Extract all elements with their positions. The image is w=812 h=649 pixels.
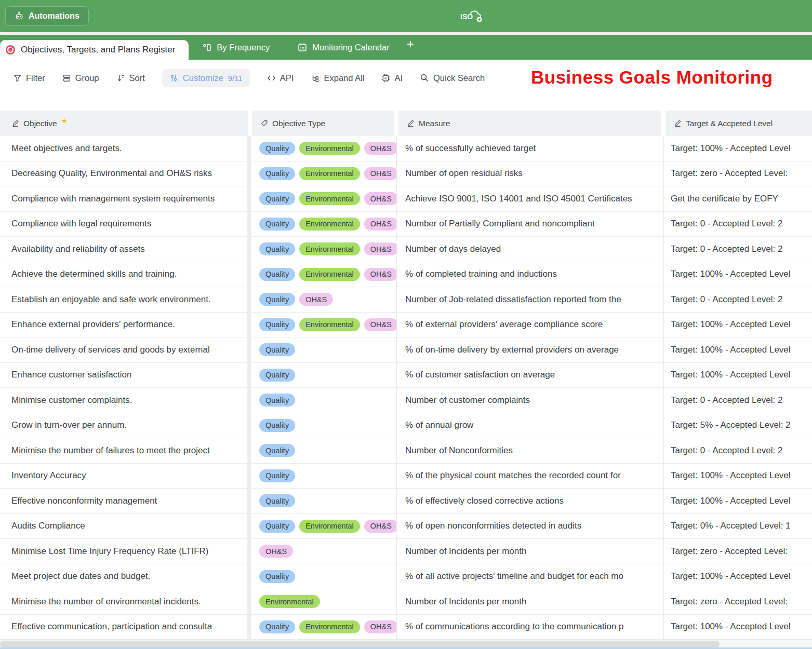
column-header-measure[interactable]: Measure <box>398 111 661 136</box>
objective-type-cell: Quality <box>251 564 396 590</box>
objective-type-cell: Quality <box>251 388 396 413</box>
tag-ohs: OH&S <box>364 268 396 281</box>
quick-search-button[interactable]: Quick Search <box>420 73 485 83</box>
column-gutter[interactable] <box>247 464 251 489</box>
ai-button[interactable]: AI AI <box>381 73 403 83</box>
sort-button[interactable]: Sort <box>116 73 145 83</box>
objective-type-cell: Quality <box>251 438 396 464</box>
tag-quality: Quality <box>259 419 295 432</box>
table-row[interactable]: Decreasing Quality, Environmental and OH… <box>0 161 812 187</box>
column-gutter[interactable] <box>247 161 251 187</box>
column-header-objective[interactable]: Objective ★ <box>0 111 248 136</box>
column-divider[interactable] <box>661 111 665 136</box>
code-icon <box>267 74 276 83</box>
tag-quality: Quality <box>259 520 295 533</box>
group-button[interactable]: Group <box>62 73 99 83</box>
measure-cell: % of annual grow <box>396 413 663 439</box>
table-row[interactable]: Enhance customer satisfaction Quality % … <box>0 363 812 388</box>
column-gutter[interactable] <box>247 589 251 615</box>
column-divider[interactable] <box>394 111 398 136</box>
column-gutter[interactable] <box>247 337 251 363</box>
table-row[interactable]: Inventory Accuracy Quality % of the phys… <box>0 464 812 489</box>
plus-icon: + <box>407 37 414 51</box>
objective-type-cell: QualityEnvironmentalOH&S <box>251 161 396 187</box>
tag-environmental: Environmental <box>299 142 360 155</box>
table-row[interactable]: Minimise the number of failures to meet … <box>0 438 812 464</box>
column-gutter[interactable] <box>247 514 251 539</box>
top-bar: Automations ISO <box>0 0 812 32</box>
measure-cell: Number of Job-related dissatisfaction re… <box>396 287 663 313</box>
automations-button[interactable]: Automations <box>5 6 89 26</box>
column-gutter[interactable] <box>247 489 251 514</box>
column-header-objective-type[interactable]: Objective Type <box>252 111 394 136</box>
tag-ohs: OH&S <box>364 142 396 155</box>
column-gutter[interactable] <box>247 313 251 338</box>
tag-quality: Quality <box>259 318 295 331</box>
column-gutter[interactable] <box>247 615 251 640</box>
api-button[interactable]: API <box>267 73 294 83</box>
table-row[interactable]: Meet objectives and targets. QualityEnvi… <box>0 136 812 161</box>
target-cell: Target: 0 - Accepted Level: 2 <box>663 438 812 464</box>
column-gutter[interactable] <box>247 363 251 388</box>
objective-type-cell: Quality <box>251 464 396 489</box>
table-row[interactable]: Compliance with management system requir… <box>0 186 812 212</box>
filter-label: Filter <box>26 73 45 83</box>
horizontal-scrollbar <box>0 640 812 649</box>
column-gutter[interactable] <box>247 564 251 590</box>
customize-button[interactable]: Customize 9/11 <box>162 69 250 87</box>
tag-ohs: OH&S <box>299 293 333 306</box>
table-row[interactable]: Minimise the number of environmental inc… <box>0 589 812 615</box>
table-row[interactable]: Minimise Lost Time Injury Frequency Rate… <box>0 539 812 564</box>
objective-type-cell: QualityEnvironmentalOH&S <box>251 212 396 237</box>
tag-quality: Quality <box>259 469 295 482</box>
column-gutter[interactable] <box>247 186 251 212</box>
column-divider[interactable] <box>248 111 252 136</box>
iso-cloud-logo: ISO <box>459 8 484 24</box>
table-row[interactable]: Effective communication, participation a… <box>0 615 812 640</box>
add-view-tab-button[interactable]: + <box>404 32 423 60</box>
column-gutter[interactable] <box>247 539 251 564</box>
primary-field-star-icon: ★ <box>61 117 68 125</box>
tag-quality: Quality <box>259 242 295 255</box>
target-cell: Target: 100% - Accepted Level <box>663 615 812 640</box>
scrollbar-thumb[interactable] <box>0 641 720 647</box>
measure-cell: Number of customer complaints <box>396 388 663 413</box>
objective-cell: Effective nonconformity management <box>0 489 247 514</box>
tab-monitoring-calendar[interactable]: Monitoring Calendar <box>284 35 404 60</box>
target-cell: Target: 0 - Accepted Level: 2 <box>663 237 812 262</box>
table-row[interactable]: Meet project due dates and budget. Quali… <box>0 564 812 590</box>
view-tab-bar: Objectives, Targets, and Plans Register … <box>0 35 812 60</box>
column-gutter[interactable] <box>247 212 251 237</box>
table-row[interactable]: Audits Compliance QualityEnvironmentalOH… <box>0 514 812 539</box>
tag-ohs: OH&S <box>364 520 396 533</box>
table-row[interactable]: Effective nonconformity management Quali… <box>0 489 812 514</box>
target-cell: Target: 100% - Accepted Level <box>663 136 812 161</box>
column-gutter[interactable] <box>247 287 251 313</box>
svg-text:ISO: ISO <box>460 12 473 21</box>
column-header-target[interactable]: Target & Accpeted Level <box>665 111 812 136</box>
column-gutter[interactable] <box>247 136 251 161</box>
table-row[interactable]: Grow in turn-over per annum. Quality % o… <box>0 413 812 439</box>
table-row[interactable]: Minimise customer complaints. Quality Nu… <box>0 388 812 413</box>
measure-cell: Number of open residual risks <box>396 161 663 187</box>
table-row[interactable]: On-time delivery of services and goods b… <box>0 337 812 363</box>
measure-cell: % of external providers' average complia… <box>396 313 663 338</box>
target-cell: Target: zero - Accepted Level: <box>663 539 812 564</box>
measure-cell: Number of Nonconformities <box>396 438 663 464</box>
column-gutter[interactable] <box>247 413 251 439</box>
column-gutter[interactable] <box>247 438 251 464</box>
table-row[interactable]: Establish an enjoyable and safe work env… <box>0 287 812 313</box>
column-gutter[interactable] <box>247 237 251 262</box>
expand-all-button[interactable]: Expand All <box>311 73 364 83</box>
robot-icon <box>15 11 24 21</box>
table-row[interactable]: Enhance external providers' performance.… <box>0 313 812 338</box>
table-row[interactable]: Compliance with legal requirements Quali… <box>0 212 812 237</box>
column-gutter[interactable] <box>247 388 251 413</box>
table-row[interactable]: Availability and reliability of assets Q… <box>0 237 812 262</box>
filter-button[interactable]: Filter <box>13 73 45 83</box>
table-row[interactable]: Achieve the determined skills and traini… <box>0 262 812 288</box>
tab-by-frequency[interactable]: By Frequency <box>189 35 284 60</box>
svg-text:AI: AI <box>384 76 388 79</box>
column-gutter[interactable] <box>247 262 251 288</box>
tab-objectives-register[interactable]: Objectives, Targets, and Plans Register <box>0 40 189 60</box>
